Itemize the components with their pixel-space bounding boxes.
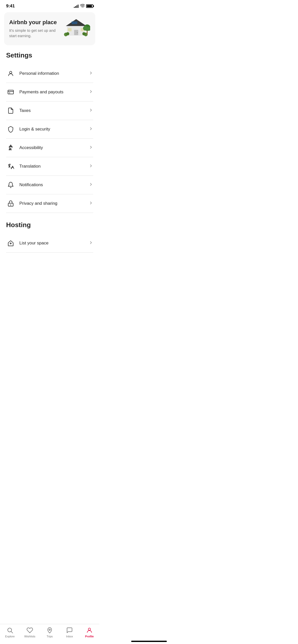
accessibility-label: Accessibility xyxy=(19,145,89,150)
svg-point-0 xyxy=(82,7,83,7)
chevron-right-icon xyxy=(89,182,93,188)
svg-rect-26 xyxy=(8,90,13,94)
hosting-menu-list: List your space xyxy=(6,234,93,253)
promo-house-image xyxy=(62,17,90,40)
taxes-label: Taxes xyxy=(19,108,89,113)
taxes-item[interactable]: Taxes xyxy=(6,101,93,120)
svg-point-25 xyxy=(10,71,12,74)
promo-title: Airbnb your place xyxy=(9,19,62,26)
shield-icon xyxy=(6,125,15,134)
svg-point-18 xyxy=(66,32,69,36)
svg-point-20 xyxy=(82,32,86,36)
translation-label: Translation xyxy=(19,164,89,169)
hosting-title: Hosting xyxy=(6,221,93,229)
hosting-section: Hosting List your space xyxy=(0,221,99,253)
accessibility-icon xyxy=(6,143,15,152)
login-security-item[interactable]: Login & security xyxy=(6,120,93,139)
promo-card[interactable]: Airbnb your place It's simple to get set… xyxy=(4,12,95,45)
home-plus-icon xyxy=(6,239,15,248)
translation-icon: A 文 xyxy=(6,162,15,171)
chevron-right-icon xyxy=(89,108,93,114)
svg-point-8 xyxy=(77,32,78,33)
status-bar: 9:41 xyxy=(0,0,99,10)
lock-icon xyxy=(6,199,15,208)
privacy-sharing-label: Privacy and sharing xyxy=(19,201,89,206)
bell-icon xyxy=(6,180,15,189)
svg-rect-15 xyxy=(68,28,72,31)
chevron-right-icon xyxy=(89,126,93,132)
signal-icon xyxy=(74,4,78,8)
payments-payouts-label: Payments and payouts xyxy=(19,90,89,95)
list-your-space-item[interactable]: List your space xyxy=(6,234,93,253)
translation-item[interactable]: A 文 Translation xyxy=(6,157,93,176)
list-your-space-label: List your space xyxy=(19,241,89,246)
battery-icon xyxy=(86,4,93,8)
payments-payouts-item[interactable]: Payments and payouts xyxy=(6,83,93,101)
promo-text: Airbnb your place It's simple to get set… xyxy=(9,19,62,38)
accessibility-item[interactable]: Accessibility xyxy=(6,139,93,157)
svg-text:文: 文 xyxy=(10,167,12,169)
chevron-right-icon xyxy=(89,201,93,207)
document-icon xyxy=(6,106,15,115)
svg-rect-28 xyxy=(9,93,10,93)
status-icons xyxy=(74,4,93,8)
payments-icon xyxy=(6,87,15,97)
chevron-right-icon xyxy=(89,240,93,246)
wifi-icon xyxy=(80,4,85,8)
login-security-label: Login & security xyxy=(19,127,89,132)
chevron-right-icon xyxy=(89,71,93,77)
chevron-right-icon xyxy=(89,145,93,151)
personal-information-item[interactable]: Personal information xyxy=(6,64,93,83)
status-time: 9:41 xyxy=(6,4,15,9)
settings-section: Settings Personal information xyxy=(0,51,99,213)
notifications-label: Notifications xyxy=(19,182,89,187)
notifications-item[interactable]: Notifications xyxy=(6,176,93,194)
chevron-right-icon xyxy=(89,89,93,95)
promo-subtitle: It's simple to get set up and start earn… xyxy=(9,28,62,38)
chevron-right-icon xyxy=(89,164,93,169)
settings-title: Settings xyxy=(6,51,93,59)
person-icon xyxy=(6,69,15,78)
privacy-sharing-item[interactable]: Privacy and sharing xyxy=(6,194,93,213)
settings-menu-list: Personal information Payments and payout… xyxy=(6,64,93,213)
personal-information-label: Personal information xyxy=(19,71,89,76)
